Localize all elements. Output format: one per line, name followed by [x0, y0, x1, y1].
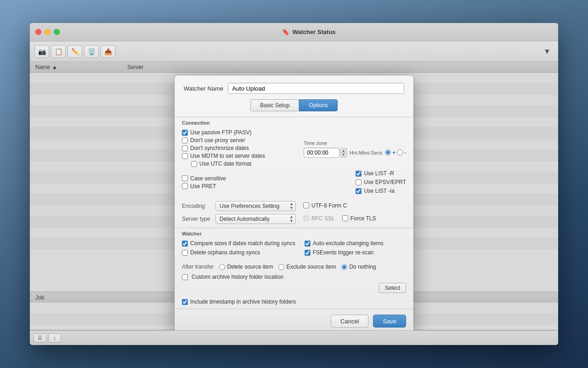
tab-options[interactable]: Options — [299, 99, 337, 111]
custom-archive-checkbox[interactable] — [182, 274, 188, 280]
delete-source-radio[interactable] — [219, 264, 225, 270]
no-proxy-checkbox[interactable] — [182, 138, 188, 144]
do-nothing-radio[interactable] — [341, 264, 347, 270]
use-utc-checkbox[interactable] — [191, 161, 197, 167]
timezone-input[interactable] — [304, 148, 339, 158]
delete-source-option: Delete source item — [219, 264, 273, 270]
use-list-la-checkbox[interactable] — [356, 188, 362, 194]
exclude-source-option: Exclude source item — [278, 264, 336, 270]
toolbar-copy-btn[interactable]: 📋 — [51, 45, 66, 58]
watcher-name-input[interactable] — [228, 83, 404, 94]
case-sensitive-label: Case sensitive — [190, 175, 226, 182]
maximize-button[interactable] — [54, 29, 60, 35]
fsevents-checkbox[interactable] — [305, 250, 311, 256]
minimize-button[interactable] — [45, 29, 51, 35]
timezone-plus-label: + — [392, 150, 396, 156]
use-epsv-label: Use EPSV/EPRT — [364, 179, 406, 185]
bottom-btn-1[interactable]: ☰ — [34, 334, 46, 343]
connection-section: Use passive FTP (PASV) Don't use proxy s… — [175, 127, 413, 201]
rfc-ssl-label: RFC SSL — [311, 215, 335, 222]
exclude-source-radio[interactable] — [278, 264, 284, 270]
auto-exclude-checkbox[interactable] — [305, 241, 311, 247]
passive-ftp-label: Use passive FTP (PASV) — [190, 129, 252, 136]
server-type-select[interactable]: Detect Automatically FTP FTPS SFTP — [215, 214, 296, 224]
encoding-select-wrap: Use Preferences Setting UTF-8 Auto ▲▼ — [215, 201, 296, 211]
encoding-select[interactable]: Use Preferences Setting UTF-8 Auto — [215, 201, 296, 211]
no-proxy-row: Don't use proxy server — [182, 137, 298, 144]
case-sensitive-checkbox[interactable] — [182, 175, 188, 181]
select-folder-button[interactable]: Select — [379, 283, 406, 293]
right-checks-col: Use LIST -R Use EPSV/EPRT Use LIST -la — [356, 170, 406, 196]
tab-row: Basic Setup Options — [175, 99, 413, 117]
watcher-right-col: Auto-exclude changing items FSEvents tri… — [305, 240, 384, 257]
use-utc-row: Use UTC date format — [191, 161, 298, 167]
no-sync-dates-label: Don't synchronize dates — [190, 145, 249, 151]
timezone-input-wrap: ▲ ▼ — [304, 148, 347, 158]
checkboxes-row: Case sensitive Use PRET Use LIST -R — [182, 170, 406, 196]
no-sync-dates-checkbox[interactable] — [182, 145, 188, 151]
window-title: 🔖 Watcher Status — [65, 29, 553, 35]
after-transfer-row: After transfer Delete source item Exclud… — [175, 261, 413, 272]
timezone-sign-row: + - — [385, 150, 406, 156]
toolbar: 📷 📋 ✏️ 🗑️ 📤 ▼ — [30, 41, 558, 62]
watcher-name-label: Watcher Name — [184, 85, 223, 92]
timezone-row: ▲ ▼ Hrs:Mins:Secs + - — [304, 148, 406, 158]
bottom-btn-2[interactable]: ↕ — [48, 334, 61, 343]
no-sync-dates-row: Don't synchronize dates — [182, 145, 298, 151]
fsevents-row: FSEvents trigger re-scan — [305, 249, 384, 256]
use-mdtm-label: Use MDTM to set server dates — [190, 153, 265, 159]
modal-overlay: Watcher Name Basic Setup Options Connect… — [30, 62, 558, 330]
delete-orphans-row: Delete orphans during syncs — [182, 249, 295, 256]
hms-label: Hrs:Mins:Secs — [350, 150, 382, 155]
timezone-label: Time zone — [304, 140, 327, 146]
do-nothing-label: Do nothing — [349, 264, 376, 270]
timezone-increment[interactable]: ▲ — [340, 148, 347, 153]
modal-dialog: Watcher Name Basic Setup Options Connect… — [175, 75, 413, 330]
timezone-minus-label: - — [404, 150, 406, 156]
passive-ftp-checkbox[interactable] — [182, 130, 188, 136]
compare-sizes-checkbox[interactable] — [182, 241, 188, 247]
save-button[interactable]: Save — [373, 315, 406, 328]
use-list-r-checkbox[interactable] — [356, 171, 362, 177]
timezone-decrement[interactable]: ▼ — [340, 153, 347, 157]
include-timestamp-label: Include timestamp in archive history fol… — [190, 299, 296, 305]
rfc-ssl-row: RFC SSL — [303, 215, 335, 222]
timezone-minus-radio[interactable] — [397, 150, 403, 155]
toolbar-delete-btn[interactable]: 🗑️ — [84, 45, 99, 58]
title-icon: 🔖 — [282, 29, 289, 35]
use-pret-checkbox[interactable] — [182, 183, 188, 189]
use-list-r-row: Use LIST -R — [356, 170, 406, 177]
toolbar-edit-btn[interactable]: ✏️ — [68, 45, 82, 58]
use-list-la-label: Use LIST -la — [364, 188, 394, 194]
toolbar-screenshot-btn[interactable]: 📷 — [34, 45, 49, 58]
timezone-area: Time zone ▲ ▼ Hrs:Mins:Secs — [304, 140, 406, 158]
use-pret-row: Use PRET — [182, 183, 350, 190]
traffic-lights — [35, 29, 60, 35]
include-timestamp-checkbox[interactable] — [182, 299, 188, 305]
utf8-form-c-checkbox[interactable] — [303, 202, 309, 208]
delete-orphans-checkbox[interactable] — [182, 250, 188, 256]
force-tls-checkbox[interactable] — [342, 215, 348, 221]
close-button[interactable] — [35, 29, 41, 35]
filter-button[interactable]: ▼ — [541, 45, 554, 58]
connection-label: Connection — [175, 117, 413, 127]
custom-archive-label: Custom archive history folder location — [192, 274, 283, 280]
timezone-stepper: ▲ ▼ — [340, 148, 347, 157]
server-type-select-wrap: Detect Automatically FTP FTPS SFTP ▲▼ — [215, 214, 296, 224]
watcher-section-label: Watcher — [175, 228, 413, 238]
use-mdtm-checkbox[interactable] — [182, 153, 188, 159]
utf8-form-c-label: UTF-8 Form C — [311, 202, 347, 209]
rfc-ssl-checkbox[interactable] — [303, 215, 309, 221]
cancel-button[interactable]: Cancel — [331, 315, 368, 328]
checkboxes-left-col: Case sensitive Use PRET — [182, 175, 350, 191]
tab-basic-setup[interactable]: Basic Setup — [250, 99, 299, 111]
modal-footer: Cancel Save — [175, 309, 413, 330]
force-tls-label: Force TLS — [351, 215, 376, 222]
no-proxy-label: Don't use proxy server — [190, 137, 245, 144]
toolbar-export-btn[interactable]: 📤 — [101, 45, 115, 58]
case-sensitive-row: Case sensitive — [182, 175, 350, 182]
timezone-plus-radio[interactable] — [385, 150, 391, 155]
content-area: Name ▲ Server — [30, 62, 558, 330]
use-epsv-checkbox[interactable] — [356, 179, 362, 185]
compare-sizes-label: Compare sizes if dates match during sync… — [190, 240, 295, 247]
